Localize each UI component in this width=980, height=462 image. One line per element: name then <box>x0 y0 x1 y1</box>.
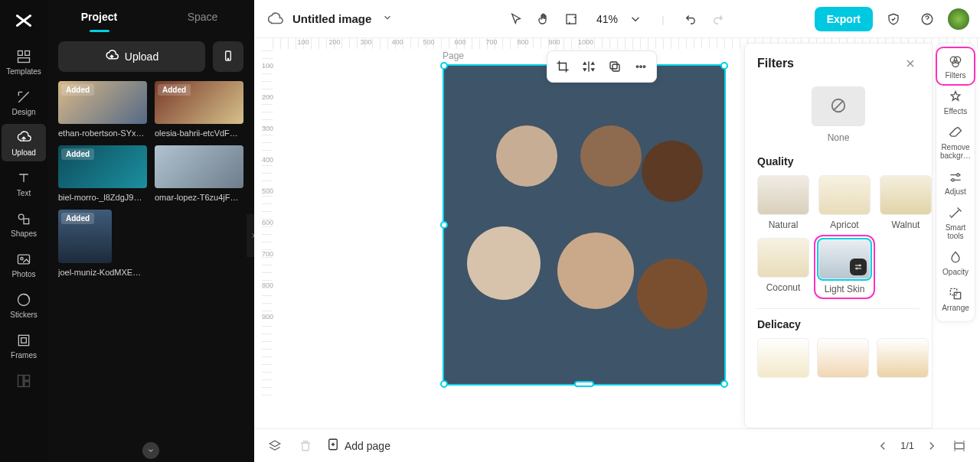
text-icon <box>16 171 31 186</box>
rail-upload[interactable]: Upload <box>2 124 46 161</box>
close-filters-button[interactable] <box>901 54 920 73</box>
upload-item[interactable]: Added ethan-robertson-SYx… <box>58 81 147 138</box>
filter-natural[interactable]: Natural <box>757 175 809 230</box>
svg-point-28 <box>957 174 959 176</box>
upload-item[interactable]: omar-lopez-T6zu4jF… <box>155 145 243 202</box>
filter-none[interactable]: None <box>757 86 920 143</box>
rail-frames[interactable]: Frames <box>2 327 46 364</box>
selection-outline <box>443 64 726 386</box>
rail-design[interactable]: Design <box>2 83 46 121</box>
redo-button[interactable] <box>705 6 731 32</box>
upload-icon <box>16 130 31 145</box>
filter-delicacy-item[interactable] <box>877 338 929 378</box>
resize-handle[interactable] <box>574 381 594 387</box>
next-page-button[interactable] <box>922 436 942 456</box>
fit-button[interactable] <box>949 436 969 456</box>
panel-tabs: Project Space <box>47 0 254 34</box>
rail-shapes[interactable]: Shapes <box>2 205 46 242</box>
svg-rect-11 <box>24 376 30 381</box>
export-button[interactable]: Export <box>815 7 873 31</box>
shield-icon[interactable] <box>880 6 906 32</box>
pan-tool[interactable] <box>531 6 557 32</box>
main-area: Untitled image 41% | Export <box>254 0 980 462</box>
zoom-level[interactable]: 41% <box>593 13 621 25</box>
svg-rect-1 <box>25 51 30 56</box>
added-badge: Added <box>61 213 94 224</box>
frames-icon <box>16 333 31 348</box>
rail-templates[interactable]: Templates <box>2 43 46 80</box>
filters-section-quality: Quality <box>757 155 920 168</box>
svg-rect-30 <box>950 288 956 294</box>
collapse-panel-button[interactable] <box>142 442 159 459</box>
rr-effects[interactable]: Effects <box>937 84 974 120</box>
topbar: Untitled image 41% | Export <box>254 0 980 38</box>
canvas-page[interactable] <box>443 64 726 386</box>
rr-adjust[interactable]: Adjust <box>937 164 974 200</box>
resize-handle[interactable] <box>720 62 728 70</box>
design-icon <box>16 89 31 105</box>
upload-item[interactable]: Added biel-morro-_l8ZdgJ9… <box>58 145 147 202</box>
flip-button[interactable] <box>577 54 601 79</box>
upload-button[interactable]: Upload <box>58 41 205 72</box>
cloud-upload-icon <box>105 49 119 65</box>
filter-apricot[interactable]: Apricot <box>817 175 872 230</box>
select-tool[interactable] <box>503 6 529 32</box>
svg-point-3 <box>18 214 24 220</box>
svg-point-26 <box>954 57 960 63</box>
title-dropdown-icon[interactable] <box>382 12 393 25</box>
resize-handle[interactable] <box>440 62 448 70</box>
svg-point-27 <box>952 60 959 67</box>
upload-button-label: Upload <box>125 50 158 63</box>
doc-title[interactable]: Untitled image <box>292 12 371 25</box>
upload-item[interactable]: Added joel-muniz-KodMXE… <box>58 210 147 277</box>
rail-photos[interactable]: Photos <box>2 246 46 283</box>
delete-button[interactable] <box>296 436 315 456</box>
rr-smart-tools[interactable]: Smart tools <box>937 200 974 245</box>
app-logo[interactable] <box>12 9 35 32</box>
add-page-button[interactable]: Add page <box>326 438 390 454</box>
mobile-upload-button[interactable] <box>213 41 243 72</box>
svg-point-19 <box>636 66 638 67</box>
resize-handle[interactable] <box>440 221 448 229</box>
rr-filters[interactable]: Filters <box>937 48 974 84</box>
upload-item[interactable]: Added olesia-bahrii-etcVdF… <box>155 81 243 138</box>
more-button[interactable] <box>629 54 653 79</box>
duplicate-button[interactable] <box>603 54 627 79</box>
svg-point-23 <box>859 265 861 266</box>
filter-delicacy-item[interactable] <box>757 338 809 378</box>
resize-handle[interactable] <box>720 380 728 388</box>
filter-none-label: None <box>828 132 850 143</box>
rail-stickers[interactable]: Stickers <box>2 286 46 324</box>
rr-arrange[interactable]: Arrange <box>937 281 974 317</box>
rail-text-label: Text <box>17 189 31 197</box>
filter-settings-button[interactable] <box>850 259 867 275</box>
layers-button[interactable] <box>265 436 285 456</box>
cloud-sync-icon[interactable] <box>265 9 285 29</box>
tab-space[interactable]: Space <box>151 2 254 32</box>
upload-item-name: olesia-bahrii-etcVdF… <box>155 129 243 138</box>
rail-more[interactable] <box>2 367 46 405</box>
bottombar: Add page 1/1 <box>254 428 980 462</box>
prev-page-button[interactable] <box>873 436 893 456</box>
rr-opacity[interactable]: Opacity <box>937 245 974 281</box>
filter-light-skin[interactable]: Light Skin <box>817 238 872 296</box>
tab-project[interactable]: Project <box>47 2 151 32</box>
right-rail: Filters Effects Remove backgr… Adjust Sm… <box>936 43 975 322</box>
rail-shapes-label: Shapes <box>11 229 37 238</box>
zoom-dropdown[interactable] <box>622 6 648 32</box>
filter-walnut[interactable]: Walnut <box>880 175 932 230</box>
resize-tool[interactable] <box>558 6 584 32</box>
resize-handle[interactable] <box>440 380 448 388</box>
added-badge: Added <box>61 84 94 96</box>
help-icon[interactable] <box>914 6 940 32</box>
uploads-grid: Added ethan-robertson-SYx… Added olesia-… <box>47 81 254 288</box>
opacity-icon <box>947 249 964 266</box>
crop-button[interactable] <box>550 54 575 79</box>
add-page-label: Add page <box>345 440 390 452</box>
filter-coconut[interactable]: Coconut <box>757 238 809 296</box>
rail-text[interactable]: Text <box>2 164 46 202</box>
filter-delicacy-item[interactable] <box>817 338 869 378</box>
user-avatar[interactable] <box>948 8 969 30</box>
rr-remove-bg[interactable]: Remove backgr… <box>937 120 974 164</box>
undo-button[interactable] <box>678 6 704 32</box>
